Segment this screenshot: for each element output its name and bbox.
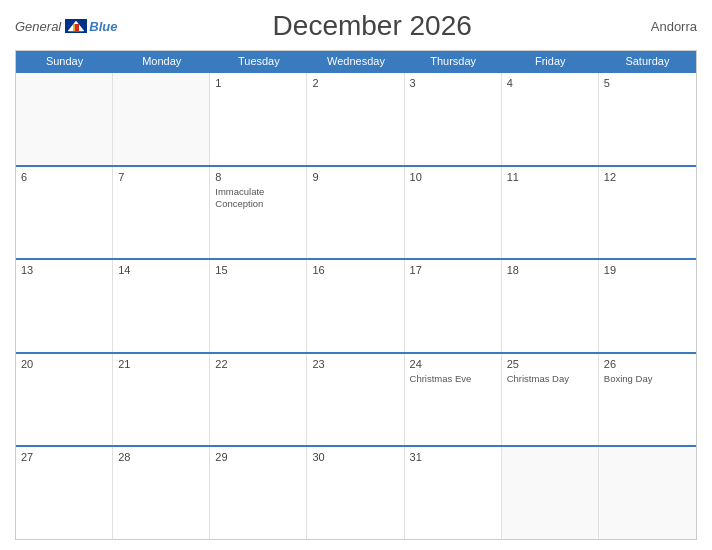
month-title: December 2026 [117, 10, 627, 42]
day-number: 27 [21, 451, 107, 463]
calendar-cell: 6 [16, 167, 113, 259]
calendar-row-4: 2728293031 [16, 445, 696, 539]
day-number: 5 [604, 77, 691, 89]
day-number: 24 [410, 358, 496, 370]
day-number: 14 [118, 264, 204, 276]
day-event: Christmas Eve [410, 373, 496, 385]
calendar-cell: 4 [502, 73, 599, 165]
calendar-cell: 17 [405, 260, 502, 352]
calendar-cell: 12 [599, 167, 696, 259]
day-number: 30 [312, 451, 398, 463]
calendar-cell: 31 [405, 447, 502, 539]
weekday-sunday: Sunday [16, 51, 113, 71]
day-number: 22 [215, 358, 301, 370]
day-number: 19 [604, 264, 691, 276]
calendar-header: Sunday Monday Tuesday Wednesday Thursday… [16, 51, 696, 71]
page: General Blue December 2026 Andorra Sunda… [0, 0, 712, 550]
day-event: Immaculate Conception [215, 186, 301, 211]
calendar-cell: 25Christmas Day [502, 354, 599, 446]
day-number: 17 [410, 264, 496, 276]
weekday-tuesday: Tuesday [210, 51, 307, 71]
day-number: 4 [507, 77, 593, 89]
calendar-cell: 8Immaculate Conception [210, 167, 307, 259]
day-number: 10 [410, 171, 496, 183]
calendar-cell [502, 447, 599, 539]
day-number: 2 [312, 77, 398, 89]
calendar-cell: 3 [405, 73, 502, 165]
day-number: 8 [215, 171, 301, 183]
day-number: 26 [604, 358, 691, 370]
calendar-cell: 13 [16, 260, 113, 352]
header: General Blue December 2026 Andorra [15, 10, 697, 42]
day-number: 23 [312, 358, 398, 370]
calendar-row-0: 12345 [16, 71, 696, 165]
day-number: 3 [410, 77, 496, 89]
day-number: 15 [215, 264, 301, 276]
day-event: Christmas Day [507, 373, 593, 385]
day-number: 21 [118, 358, 204, 370]
calendar-cell: 24Christmas Eve [405, 354, 502, 446]
calendar-cell: 22 [210, 354, 307, 446]
calendar-cell: 7 [113, 167, 210, 259]
calendar-cell: 23 [307, 354, 404, 446]
day-number: 1 [215, 77, 301, 89]
day-number: 25 [507, 358, 593, 370]
calendar-cell: 14 [113, 260, 210, 352]
weekday-thursday: Thursday [405, 51, 502, 71]
calendar-cell: 30 [307, 447, 404, 539]
calendar-cell: 26Boxing Day [599, 354, 696, 446]
weekday-saturday: Saturday [599, 51, 696, 71]
day-number: 20 [21, 358, 107, 370]
calendar-cell [599, 447, 696, 539]
calendar-cell [16, 73, 113, 165]
weekday-monday: Monday [113, 51, 210, 71]
calendar-cell: 16 [307, 260, 404, 352]
logo-general: General [15, 19, 61, 34]
day-number: 11 [507, 171, 593, 183]
day-number: 18 [507, 264, 593, 276]
day-number: 13 [21, 264, 107, 276]
day-number: 29 [215, 451, 301, 463]
logo-flag-icon [65, 19, 87, 33]
logo: General Blue [15, 19, 117, 34]
calendar-cell: 2 [307, 73, 404, 165]
calendar: Sunday Monday Tuesday Wednesday Thursday… [15, 50, 697, 540]
day-number: 9 [312, 171, 398, 183]
svg-rect-4 [73, 24, 75, 31]
weekday-friday: Friday [502, 51, 599, 71]
day-number: 31 [410, 451, 496, 463]
day-number: 6 [21, 171, 107, 183]
day-number: 7 [118, 171, 204, 183]
calendar-cell: 15 [210, 260, 307, 352]
day-number: 12 [604, 171, 691, 183]
calendar-cell: 28 [113, 447, 210, 539]
day-event: Boxing Day [604, 373, 691, 385]
calendar-cell: 29 [210, 447, 307, 539]
calendar-cell: 27 [16, 447, 113, 539]
calendar-cell: 21 [113, 354, 210, 446]
day-number: 28 [118, 451, 204, 463]
calendar-cell [113, 73, 210, 165]
calendar-cell: 11 [502, 167, 599, 259]
country-label: Andorra [627, 19, 697, 34]
calendar-row-1: 678Immaculate Conception9101112 [16, 165, 696, 259]
calendar-body: 12345678Immaculate Conception91011121314… [16, 71, 696, 539]
calendar-cell: 18 [502, 260, 599, 352]
calendar-cell: 5 [599, 73, 696, 165]
calendar-cell: 19 [599, 260, 696, 352]
calendar-cell: 20 [16, 354, 113, 446]
calendar-row-3: 2021222324Christmas Eve25Christmas Day26… [16, 352, 696, 446]
weekday-wednesday: Wednesday [307, 51, 404, 71]
logo-blue: Blue [89, 19, 117, 34]
calendar-cell: 1 [210, 73, 307, 165]
calendar-cell: 10 [405, 167, 502, 259]
day-number: 16 [312, 264, 398, 276]
calendar-row-2: 13141516171819 [16, 258, 696, 352]
calendar-cell: 9 [307, 167, 404, 259]
